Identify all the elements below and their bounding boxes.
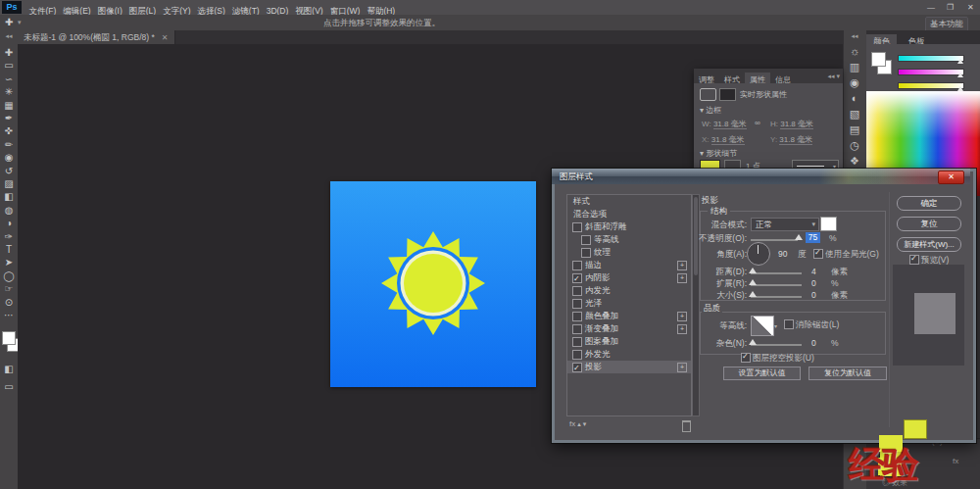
tab-styles[interactable]: 样式 <box>719 73 745 87</box>
tab-close-icon[interactable]: ✕ <box>162 33 169 42</box>
angle-value[interactable]: 90 <box>778 249 787 259</box>
minimize-button[interactable]: — <box>927 0 935 15</box>
layer-comps-icon[interactable]: ▤ <box>843 123 866 136</box>
height-field[interactable]: H: 31.8 毫米 <box>770 119 813 129</box>
eyedropper-tool[interactable]: ✒ <box>0 112 18 124</box>
spread-slider-thumb[interactable] <box>749 279 757 285</box>
antialias-checkbox[interactable] <box>784 319 794 329</box>
clone-stamp-tool[interactable]: ◉ <box>0 151 18 164</box>
styles-header[interactable]: 样式 <box>567 195 691 208</box>
distance-slider-thumb[interactable] <box>749 268 757 273</box>
spread-slider[interactable] <box>751 284 802 286</box>
style-checkbox[interactable] <box>572 363 582 372</box>
restore-button[interactable]: ❐ <box>947 0 954 15</box>
healing-brush-tool[interactable]: ✜ <box>0 124 18 137</box>
reset-default-button[interactable]: 复位为默认值 <box>808 367 887 380</box>
history-icon[interactable]: ◷ <box>843 139 866 152</box>
blur-tool[interactable]: ◍ <box>0 204 18 217</box>
set-default-button[interactable]: 设置为默认值 <box>723 367 801 380</box>
style-item-6[interactable]: 内发光 <box>567 284 691 297</box>
style-checkbox[interactable] <box>572 261 582 270</box>
style-checkbox[interactable] <box>572 299 582 309</box>
brush-presets-icon[interactable]: ❖ <box>843 155 866 168</box>
tab-info[interactable]: 信息 <box>770 73 796 87</box>
x-field[interactable]: X: 31.8 毫米 <box>702 134 745 145</box>
foreground-color-swatch[interactable] <box>2 331 16 345</box>
style-checkbox[interactable] <box>572 312 582 321</box>
green-slider-thumb[interactable] <box>957 73 963 77</box>
delete-style-icon[interactable] <box>682 420 691 432</box>
blend-mode-dropdown[interactable]: 正常 <box>751 218 819 231</box>
style-item-12[interactable]: 投影+ <box>567 361 691 373</box>
toolbar-collapse-icon[interactable]: ◂◂ <box>0 32 18 40</box>
noise-slider-thumb[interactable] <box>749 339 757 345</box>
hand-tool[interactable]: ☞ <box>0 282 18 295</box>
style-item-11[interactable]: 外发光 <box>567 348 691 361</box>
fx-icon[interactable]: fx ▴ ▾ <box>569 419 586 428</box>
3d-icon[interactable]: ▧ <box>843 108 866 121</box>
spread-value[interactable]: 0 <box>811 278 816 288</box>
brush-tool[interactable]: ✏ <box>0 138 18 151</box>
clone-source-icon[interactable]: ◐ <box>843 92 866 104</box>
pen-tool[interactable]: ✑ <box>0 230 18 243</box>
close-button[interactable]: ✕ <box>967 0 974 15</box>
move-tool-icon[interactable]: ✚ <box>5 17 13 27</box>
style-plus-icon[interactable]: + <box>677 261 687 270</box>
link-dimensions-icon[interactable]: ∞ <box>755 119 760 127</box>
size-value[interactable]: 0 <box>811 290 816 300</box>
style-plus-icon[interactable]: + <box>677 363 687 372</box>
lasso-tool[interactable]: ∽ <box>0 73 18 85</box>
new-style-button[interactable]: 新建样式(W)... <box>897 237 961 252</box>
noise-value[interactable]: 0 <box>811 338 816 348</box>
zoom-tool[interactable]: ⊙ <box>0 296 18 309</box>
distance-slider[interactable] <box>751 272 802 274</box>
shape-tool[interactable]: ◯ <box>0 269 18 282</box>
style-plus-icon[interactable]: + <box>677 312 687 321</box>
red-slider-thumb[interactable] <box>957 59 963 64</box>
style-plus-icon[interactable]: + <box>677 273 687 283</box>
green-slider[interactable] <box>898 69 964 75</box>
document-canvas[interactable] <box>330 181 536 387</box>
style-plus-icon[interactable]: + <box>677 324 687 334</box>
reset-button[interactable]: 复位 <box>897 217 961 231</box>
tab-properties[interactable]: 属性 <box>745 73 770 87</box>
style-checkbox[interactable] <box>581 235 591 245</box>
style-item-8[interactable]: 颜色叠加+ <box>567 310 691 322</box>
width-field[interactable]: W: 31.8 毫米 <box>702 119 747 129</box>
dialog-title-bar[interactable]: 图层样式 ✕ <box>552 169 970 184</box>
opacity-slider[interactable] <box>751 239 798 241</box>
style-checkbox[interactable] <box>572 324 582 334</box>
tab-adjustments[interactable]: 调整 <box>694 73 719 87</box>
style-item-5[interactable]: 内阴影+ <box>567 271 691 284</box>
eraser-tool[interactable]: ▨ <box>0 177 18 190</box>
dodge-tool[interactable]: ◑ <box>0 217 18 229</box>
path-selection-tool[interactable]: ➤ <box>0 256 18 269</box>
gradient-tool[interactable]: ◧ <box>0 190 18 203</box>
style-item-4[interactable]: 描边+ <box>567 259 691 271</box>
dock-collapse-icon[interactable]: ◂◂ <box>843 32 866 40</box>
blue-slider[interactable] <box>898 82 964 89</box>
history-brush-tool[interactable]: ↺ <box>0 165 18 177</box>
style-item-10[interactable]: 图案叠加 <box>567 335 691 348</box>
style-checkbox[interactable] <box>572 222 582 232</box>
angle-dial[interactable] <box>747 242 770 266</box>
style-checkbox[interactable] <box>572 273 582 283</box>
move-tool[interactable]: ✚ <box>0 46 18 59</box>
style-item-9[interactable]: 渐变叠加+ <box>567 322 691 335</box>
screen-mode-button[interactable]: ▭ <box>0 380 18 393</box>
quick-selection-tool[interactable]: ✳ <box>0 85 18 98</box>
style-item-7[interactable]: 光泽 <box>567 297 691 310</box>
panel-menu-icon[interactable]: ◂◂ ▾ <box>828 73 841 80</box>
style-checkbox[interactable] <box>581 248 591 258</box>
camera-raw-icon[interactable]: ◉ <box>843 76 866 89</box>
opacity-slider-thumb[interactable] <box>795 234 803 240</box>
style-checkbox[interactable] <box>572 286 582 296</box>
dialog-close-button[interactable]: ✕ <box>938 171 964 184</box>
histogram-icon[interactable]: ▥ <box>843 61 866 73</box>
style-checkbox[interactable] <box>572 350 582 360</box>
size-slider-thumb[interactable] <box>749 291 757 297</box>
knockout-checkbox[interactable] <box>741 353 751 363</box>
ok-button[interactable]: 确定 <box>897 196 961 211</box>
color-panel-foreground-swatch[interactable] <box>871 52 886 67</box>
tool-preset-caret-icon[interactable]: ▾ <box>18 19 22 26</box>
